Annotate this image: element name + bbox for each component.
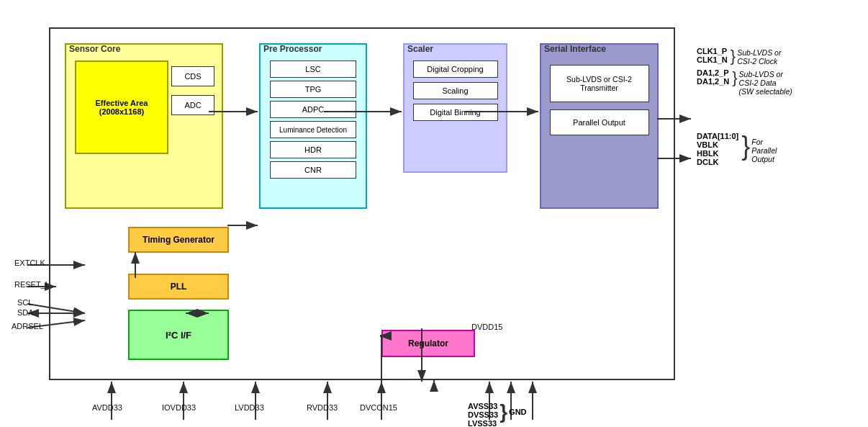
timing-gen-label: Timing Generator [143, 235, 214, 245]
cds-label: CDS [184, 72, 201, 81]
dvss33-label: DVSS33 [468, 410, 498, 419]
pp-hdr: HDR [270, 141, 356, 158]
clk-signals: CLK1_P CLK1_N [697, 47, 728, 64]
clk-group: CLK1_P CLK1_N } Sub-LVDS orCSI-2 Clock [697, 47, 792, 66]
extclk-label: EXTCLK [14, 259, 45, 267]
serial-interface-label: Serial Interface [544, 44, 606, 54]
parallel-group: DATA[11:0] VBLK HBLK DCLK } ForParallelO… [697, 132, 792, 166]
scaler-digital-binning: Digital Binning [413, 104, 498, 121]
da-group: DA1,2_P DA1,2_N } Sub-LVDS orCSI-2 Data(… [697, 68, 792, 96]
rvdd33-label: RVDD33 [307, 403, 338, 412]
reset-l-label: RESET_L [14, 280, 50, 289]
da-signals: DA1,2_P DA1,2_N [697, 68, 729, 86]
pp-lsc: LSC [270, 60, 356, 78]
cds-box: CDS [171, 66, 214, 86]
dvcon15-label: DVCON15 [360, 403, 397, 412]
serial-interface-block: Serial Interface Sub-LVDS or CSI-2Transm… [540, 43, 659, 209]
pp-adpc: ADPC [270, 101, 356, 118]
lvdd33-label: LVDD33 [235, 403, 264, 412]
scaler-scaling: Scaling [413, 82, 498, 99]
scaler-block: Scaler Digital Cropping Scaling Digital … [403, 43, 507, 173]
da12p-label: DA1,2_P [697, 68, 729, 77]
diagram-container: Sensor Core Effective Area(2008x1168) CD… [7, 7, 861, 420]
hblk-label: HBLK [697, 149, 738, 158]
clk1p-label: CLK1_P [697, 47, 728, 55]
pll-block: PLL [128, 274, 229, 300]
i2c-label: I²C I/F [166, 330, 191, 341]
pp-cnr: CNR [270, 161, 356, 179]
vblk-label: VBLK [697, 140, 738, 149]
effective-area-box: Effective Area(2008x1168) [75, 60, 168, 154]
scl-label: SCL [17, 298, 32, 307]
iovdd33-label: IOVDD33 [162, 403, 196, 412]
scaler-label: Scaler [407, 44, 433, 54]
dclk-label: DCLK [697, 158, 738, 166]
brace-clk: } [731, 47, 736, 66]
i2c-block: I²C I/F [128, 310, 229, 360]
regulator-label: Regulator [408, 338, 448, 349]
da12n-label: DA1,2_N [697, 77, 729, 86]
brace-da: } [732, 68, 737, 87]
avss33-label: AVSS33 [468, 402, 498, 410]
sensor-core-label: Sensor Core [69, 44, 120, 54]
parallel-desc: ForParallelOutput [751, 132, 777, 163]
right-signals-group: CLK1_P CLK1_N } Sub-LVDS orCSI-2 Clock D… [697, 47, 792, 166]
gnd-label: GND [509, 402, 526, 416]
dvdd15-label: DVDD15 [471, 323, 502, 331]
adrsel-label: ADRSEL [12, 322, 43, 331]
regulator-block: Regulator [381, 330, 475, 357]
sda-label: SDA [17, 308, 34, 317]
clk-desc: Sub-LVDS orCSI-2 Clock [737, 47, 781, 66]
parallel-signals: DATA[11:0] VBLK HBLK DCLK [697, 132, 738, 166]
scaler-digital-cropping: Digital Cropping [413, 60, 498, 78]
gnd-group: AVSS33 DVSS33 LVSS33 } GND [468, 402, 527, 427]
gnd-names: AVSS33 DVSS33 LVSS33 [468, 402, 498, 427]
lvss33-label: LVSS33 [468, 419, 498, 427]
pre-processor-block: Pre Processor LSC TPG ADPC Luminance Det… [259, 43, 367, 209]
da-desc: Sub-LVDS orCSI-2 Data(SW selectable) [739, 68, 792, 96]
sensor-core-block: Sensor Core Effective Area(2008x1168) CD… [65, 43, 223, 209]
clk1n-label: CLK1_N [697, 55, 728, 64]
adc-box: ADC [171, 95, 214, 115]
data-bus-label: DATA[11:0] [697, 132, 738, 140]
brace-parallel: } [741, 132, 750, 161]
pre-processor-label: Pre Processor [263, 44, 322, 54]
pp-luminance: Luminance Detection [270, 121, 356, 138]
adc-label: ADC [184, 101, 201, 109]
si-sublvds: Sub-LVDS or CSI-2Transmitter [550, 65, 649, 102]
pp-tpg: TPG [270, 81, 356, 98]
gnd-signals: AVSS33 DVSS33 LVSS33 } GND [468, 402, 527, 427]
main-box: Sensor Core Effective Area(2008x1168) CD… [49, 27, 675, 380]
timing-gen-block: Timing Generator [128, 227, 229, 253]
brace-gnd: } [499, 402, 507, 422]
avdd33-label: AVDD33 [92, 403, 122, 412]
effective-area-text: Effective Area(2008x1168) [96, 99, 148, 116]
pll-label: PLL [171, 282, 187, 292]
si-parallel: Parallel Output [550, 109, 649, 135]
